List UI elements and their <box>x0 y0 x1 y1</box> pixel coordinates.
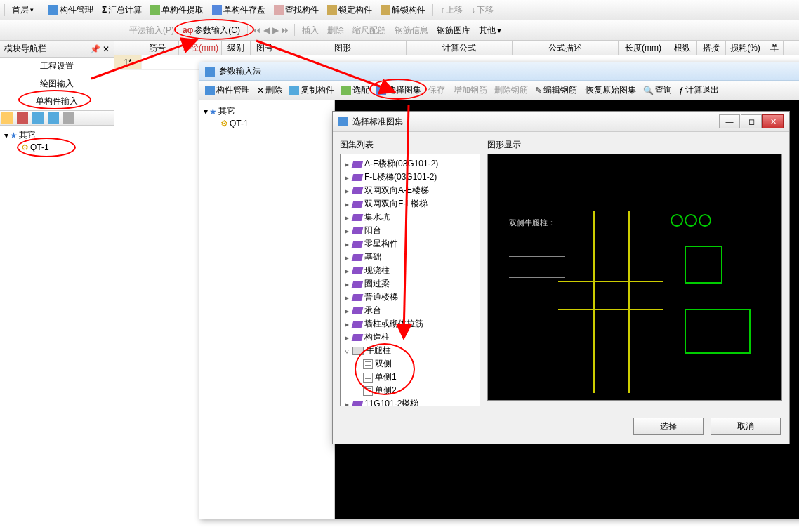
tb-flat-input[interactable]: 平法输入(P) <box>126 23 177 38</box>
main-toolbar-1: 首层 ▾ 构件管理 Σ 汇总计算 单构件提取 单构件存盘 查找构件 锁定构件 解… <box>0 0 799 20</box>
col-lap[interactable]: 搭接 <box>697 41 726 55</box>
atlas-list[interactable]: ▸A-E楼梯(03G101-2) ▸F-L楼梯(03G101-2) ▸双网双向A… <box>340 154 480 406</box>
nav-mini-toolbar <box>0 111 114 126</box>
sw-calc-exit[interactable]: ƒ 计算退出 <box>676 83 722 98</box>
tb-save-disk[interactable]: 单构件存盘 <box>209 3 268 18</box>
nav-panel: 模块导航栏 📌 ✕ 工程设置 绘图输入 单构件输入 ▾ ★ 其它 ⚙ QT-1 <box>0 41 114 532</box>
sw-tree-root[interactable]: ▾ ★ 其它 <box>204 105 330 118</box>
col-diameter[interactable]: 直径(mm) <box>179 41 222 55</box>
atlas-item[interactable]: ▸承台 <box>343 304 477 317</box>
dlg-close-button[interactable]: ✕ <box>762 114 784 128</box>
atlas-item[interactable]: ▸F-L楼梯(03G101-2) <box>343 171 477 184</box>
nav-title: 模块导航栏 📌 ✕ <box>0 41 114 58</box>
mini-paste-icon[interactable] <box>48 112 59 124</box>
tb-insert: 插入 <box>299 23 322 38</box>
nav-opt-project[interactable]: 工程设置 <box>0 58 114 75</box>
tb-unlock[interactable]: 解锁构件 <box>378 3 428 18</box>
atlas-item[interactable]: ▸零星构件 <box>343 237 477 251</box>
sw-component-manage[interactable]: 构件管理 <box>202 83 253 98</box>
atlas-item[interactable]: ▸基础 <box>343 251 477 264</box>
mini-del-icon[interactable] <box>17 112 28 124</box>
atlas-item[interactable]: ▸双网双向F-L楼梯 <box>343 197 477 211</box>
sw-select-atlas[interactable]: 选择图集 <box>374 83 424 98</box>
tb-find[interactable]: 查找构件 <box>271 3 322 18</box>
tb-scale: 缩尺配筋 <box>350 23 389 38</box>
atlas-sub-item[interactable]: 单侧1 <box>343 371 477 384</box>
select-atlas-dialog: 选择标准图集 — ◻ ✕ 图集列表 ▸A-E楼梯(03G101-2) ▸F-L楼… <box>332 111 790 444</box>
col-loss[interactable]: 损耗(%) <box>726 41 765 55</box>
col-shape[interactable]: 图形 <box>279 41 407 55</box>
tb-up: ↑ 上移 <box>437 3 465 18</box>
col-rebar-no[interactable]: 筋号 <box>136 41 179 55</box>
preview-label: 图形显示 <box>487 139 782 151</box>
atlas-item[interactable]: ▸11G101-2楼梯 <box>343 397 477 406</box>
floor-select[interactable]: 首层 ▾ <box>9 3 37 18</box>
param-win-tree: ▾ ★ 其它 ⚙ QT-1 <box>199 100 335 519</box>
main-toolbar-2: 平法输入(P) aφ 参数输入(C) ⏮◀▶⏭ 插入 删除 缩尺配筋 钢筋信息 … <box>0 20 799 41</box>
tb-other[interactable]: 其他 ▾ <box>476 23 504 38</box>
tb-component-manage[interactable]: 构件管理 <box>46 3 96 18</box>
mini-sort-icon[interactable] <box>63 112 74 124</box>
col-formula-desc[interactable]: 公式描述 <box>513 41 619 55</box>
mini-new-icon[interactable] <box>1 112 13 124</box>
col-fig-no[interactable]: 图号 <box>251 41 279 55</box>
dlg-max-button[interactable]: ◻ <box>741 114 762 128</box>
sw-query[interactable]: 🔍 查询 <box>640 83 675 98</box>
tb-rebar-info: 钢筋信息 <box>392 23 431 38</box>
grid-header: 筋号 直径(mm) 级别 图号 图形 计算公式 公式描述 长度(mm) 根数 搭… <box>114 41 799 55</box>
sw-add-rebar: 增加钢筋 <box>451 83 490 98</box>
atlas-item[interactable]: ▸构造柱 <box>343 331 477 344</box>
dlg-cancel-button[interactable]: 取消 <box>711 418 781 435</box>
col-formula[interactable]: 计算公式 <box>407 41 513 55</box>
nav-opt-draw[interactable]: 绘图输入 <box>0 75 114 93</box>
col-length[interactable]: 长度(mm) <box>619 41 668 55</box>
tb-rebar-lib[interactable]: 钢筋图库 <box>434 23 473 38</box>
preview-canvas[interactable]: 双侧牛腿柱： <box>487 154 782 401</box>
atlas-item[interactable]: ▸阳台 <box>343 224 477 237</box>
sw-tree-child[interactable]: ⚙ QT-1 <box>204 118 330 129</box>
param-win-title[interactable]: 参数输入法 <box>199 62 799 81</box>
sw-restore[interactable]: 恢复原始图集 <box>583 83 639 98</box>
tb-sum-calc[interactable]: Σ 汇总计算 <box>99 3 145 18</box>
sw-del-rebar: 删除钢筋 <box>491 83 531 98</box>
row-header-1[interactable]: 1* <box>114 55 142 69</box>
sw-save: 保存 <box>425 83 448 98</box>
atlas-item[interactable]: ▸A-E楼梯(03G101-2) <box>343 157 477 171</box>
atlas-sub-item[interactable]: 单侧2 <box>343 384 477 397</box>
tree-child-qt1[interactable]: ⚙ QT-1 <box>4 142 110 153</box>
atlas-item-open[interactable]: ▿牛腿柱 <box>343 344 477 357</box>
tb-down: ↓ 下移 <box>468 3 496 18</box>
atlas-item[interactable]: ▸圈过梁 <box>343 277 477 291</box>
atlas-item[interactable]: ▸墙柱或砌体拉筋 <box>343 317 477 331</box>
grid-area: 筋号 直径(mm) 级别 图号 图形 计算公式 公式描述 长度(mm) 根数 搭… <box>114 41 799 532</box>
dlg-min-button[interactable]: — <box>719 114 740 128</box>
mini-copy-icon[interactable] <box>32 112 44 124</box>
sw-copy[interactable]: 复制构件 <box>286 83 337 98</box>
atlas-sub-item[interactable]: 双侧 <box>343 357 477 371</box>
tb-delete: 删除 <box>324 23 347 38</box>
sw-match[interactable]: 选配 <box>338 83 372 98</box>
tb-lock[interactable]: 锁定构件 <box>324 3 375 18</box>
dlg-icon <box>338 117 348 126</box>
col-single[interactable]: 单 <box>765 41 784 55</box>
dlg-ok-button[interactable]: 选择 <box>633 418 704 435</box>
nav-tree: ▾ ★ 其它 ⚙ QT-1 <box>0 126 114 532</box>
pin-icon[interactable]: 📌 ✕ <box>90 44 110 54</box>
tb-extract[interactable]: 单构件提取 <box>147 3 206 18</box>
atlas-item[interactable]: ▸现浇柱 <box>343 264 477 277</box>
atlas-item[interactable]: ▸集水坑 <box>343 211 477 224</box>
atlas-item[interactable]: ▸双网双向A-E楼梯 <box>343 184 477 197</box>
tree-root[interactable]: ▾ ★ 其它 <box>4 128 110 142</box>
dlg-titlebar[interactable]: 选择标准图集 — ◻ ✕ <box>333 112 789 132</box>
nav-opt-single[interactable]: 单构件输入 <box>0 93 114 110</box>
atlas-item[interactable]: ▸普通楼梯 <box>343 291 477 304</box>
param-win-toolbar: 构件管理 ✕ 删除 复制构件 选配 选择图集 保存 增加钢筋 删除钢筋 ✎ 编辑… <box>199 81 799 100</box>
atlas-list-label: 图集列表 <box>340 139 480 151</box>
app-icon <box>205 67 215 77</box>
sw-delete[interactable]: ✕ 删除 <box>254 83 285 98</box>
sw-edit-rebar[interactable]: ✎ 编辑钢筋 <box>532 83 580 98</box>
tb-param-input[interactable]: aφ 参数输入(C) <box>180 23 243 38</box>
col-grade[interactable]: 级别 <box>222 41 251 55</box>
col-count[interactable]: 根数 <box>668 41 697 55</box>
